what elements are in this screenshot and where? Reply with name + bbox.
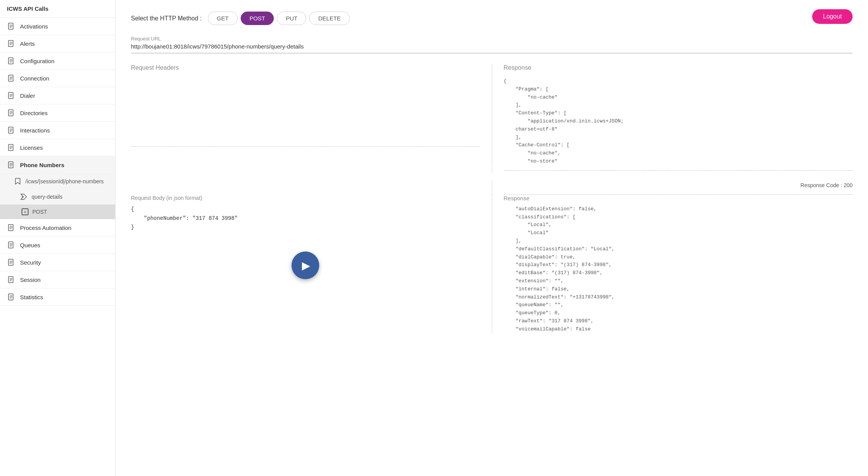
response-area-top: { "Pragma": [ "no-cache" ], "Content-Typ… — [504, 77, 853, 171]
url-value: http://boujane01:8018/icws/79786015/phon… — [131, 43, 853, 54]
left-col-top: Request Headers — [131, 64, 492, 173]
sidebar-label-licenses: Licenses — [20, 144, 43, 151]
sidebar: ICWS API Calls Activations Alerts — [0, 0, 116, 476]
doc-icon-statistics — [7, 293, 15, 301]
two-col-top: Request Headers Response { "Pragma": [ "… — [131, 64, 853, 173]
sidebar-subitem-query-details-label: query-details — [32, 194, 62, 200]
sidebar-label-queues: Queues — [20, 242, 40, 248]
doc-icon-security — [7, 258, 15, 266]
left-col-bottom: Request Body (in json format) { "phoneNu… — [131, 195, 492, 334]
sidebar-subitem-phone-path-label: /icws/|sessionId|/phone-numbers — [25, 178, 104, 184]
doc-icon-directories — [7, 109, 15, 117]
sidebar-subitem-post-label: POST — [32, 209, 47, 215]
http-method-row: Select the HTTP Method : GET POST PUT DE… — [131, 12, 853, 25]
sidebar-item-statistics[interactable]: Statistics — [0, 288, 115, 306]
right-col-top: Response { "Pragma": [ "no-cache" ], "Co… — [492, 64, 853, 173]
post-method-button[interactable]: POST — [241, 12, 274, 25]
play-icon: ▶ — [302, 259, 310, 272]
doc-icon-alerts — [7, 39, 15, 48]
sidebar-item-connection[interactable]: Connection — [0, 70, 115, 87]
tag-icon — [20, 193, 28, 201]
delete-method-button[interactable]: DELETE — [309, 12, 349, 25]
sidebar-label-statistics: Statistics — [20, 294, 43, 300]
response-body-content: "autoDialExtension": false, "classificat… — [504, 205, 853, 334]
request-headers-area — [131, 77, 480, 147]
sidebar-label-configuration: Configuration — [20, 58, 54, 64]
put-method-button[interactable]: PUT — [277, 12, 306, 25]
sidebar-label-session: Session — [20, 277, 40, 283]
http-method-label: Select the HTTP Method : — [131, 15, 202, 22]
url-label: Request URL — [131, 36, 853, 42]
request-body-label: Request Body (in json format) — [131, 195, 480, 201]
sidebar-item-queues[interactable]: Queues — [0, 236, 115, 254]
sidebar-item-security[interactable]: Security — [0, 254, 115, 271]
sidebar-item-phone-numbers[interactable]: Phone Numbers — [0, 156, 115, 174]
sidebar-label-alerts: Alerts — [20, 40, 35, 47]
response-label-top: Response — [504, 64, 853, 71]
sidebar-item-activations[interactable]: Activations — [0, 18, 115, 35]
bookmark-icon — [14, 178, 22, 185]
submit-button[interactable]: ▶ — [292, 251, 319, 279]
sidebar-subitem-post[interactable]: + POST — [0, 204, 115, 219]
response-label-bottom: Response — [504, 195, 853, 201]
doc-icon — [7, 22, 15, 30]
request-body-content: { "phoneNumber": "317 874 3998" } — [131, 205, 480, 232]
doc-icon-session — [7, 275, 15, 284]
sidebar-title: ICWS API Calls — [0, 0, 115, 18]
main-content: Logout Select the HTTP Method : GET POST… — [116, 0, 868, 476]
response-code: Response Code : 200 — [504, 181, 853, 195]
doc-icon-dialer — [7, 91, 15, 100]
sidebar-label-dialer: Dialer — [20, 92, 35, 99]
sidebar-item-directories[interactable]: Directories — [0, 104, 115, 122]
sidebar-label-phone-numbers: Phone Numbers — [20, 162, 64, 168]
doc-icon-licenses — [7, 143, 15, 152]
logout-button[interactable]: Logout — [812, 9, 853, 24]
doc-icon-process-automation — [7, 223, 15, 232]
sidebar-subitem-phone-path[interactable]: /icws/|sessionId|/phone-numbers — [0, 174, 115, 189]
doc-icon-interactions — [7, 126, 15, 134]
two-col-bottom: Request Body (in json format) { "phoneNu… — [131, 195, 853, 334]
doc-icon-queues — [7, 241, 15, 249]
sidebar-label-security: Security — [20, 259, 41, 266]
get-method-button[interactable]: GET — [208, 12, 238, 25]
doc-icon-configuration — [7, 57, 15, 65]
sidebar-item-dialer[interactable]: Dialer — [0, 87, 115, 104]
sidebar-label-connection: Connection — [20, 75, 49, 82]
sidebar-item-process-automation[interactable]: Process Automation — [0, 219, 115, 236]
sidebar-item-session[interactable]: Session — [0, 271, 115, 288]
doc-icon-phone-numbers — [7, 161, 15, 169]
sidebar-label-directories: Directories — [20, 110, 48, 116]
svg-point-36 — [22, 196, 23, 198]
sidebar-item-alerts[interactable]: Alerts — [0, 35, 115, 52]
sidebar-label-process-automation: Process Automation — [20, 225, 71, 231]
plus-icon: + — [22, 208, 28, 215]
sidebar-label-activations: Activations — [20, 23, 48, 30]
sidebar-item-licenses[interactable]: Licenses — [0, 139, 115, 156]
sidebar-label-interactions: Interactions — [20, 127, 50, 134]
sidebar-subitem-query-details[interactable]: query-details — [0, 189, 115, 204]
url-section: Request URL http://boujane01:8018/icws/7… — [131, 36, 853, 54]
right-col-bottom: Response "autoDialExtension": false, "cl… — [492, 195, 853, 334]
doc-icon-connection — [7, 74, 15, 82]
request-headers-label: Request Headers — [131, 64, 480, 71]
sidebar-item-interactions[interactable]: Interactions — [0, 122, 115, 139]
sidebar-item-configuration[interactable]: Configuration — [0, 52, 115, 70]
